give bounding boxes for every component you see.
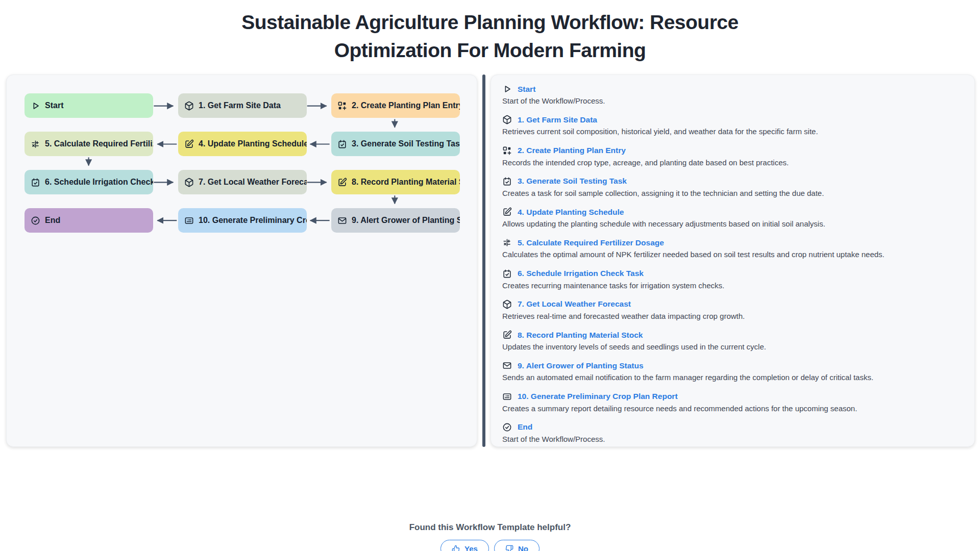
detail-step-title[interactable]: 4. Update Planting Schedule [518, 208, 624, 217]
flow-node-10[interactable]: 10. Generate Preliminary Crop Plan Repor… [178, 208, 307, 233]
detail-step-description: Sends an automated email notification to… [502, 372, 963, 383]
detail-item: 4. Update Planting ScheduleAllows updati… [502, 207, 963, 229]
detail-step-title[interactable]: 2. Create Planting Plan Entry [518, 146, 626, 155]
flow-node-label: 9. Alert Grower of Planting Status [352, 216, 460, 225]
detail-step-description: Start of the Workflow/Process. [502, 434, 963, 444]
detail-item: 10. Generate Preliminary Crop Plan Repor… [502, 392, 963, 414]
flow-node-label: 8. Record Planting Material Stock [352, 178, 460, 187]
detail-step-title[interactable]: Start [518, 85, 535, 94]
check-circle-icon [31, 216, 40, 226]
detail-step-title[interactable]: 1. Get Farm Site Data [518, 115, 597, 124]
package-icon [502, 299, 512, 309]
thumbs-up-icon [452, 545, 460, 551]
edit-icon [337, 178, 347, 187]
detail-step-description: Creates a summary report detailing resou… [502, 404, 963, 414]
report-icon [502, 392, 512, 402]
mail-icon [502, 361, 512, 370]
page-title-line2: Optimization For Modern Farming [334, 39, 646, 61]
edit-icon [502, 207, 512, 217]
panel-resizer-handle[interactable] [482, 74, 485, 447]
detail-step-title[interactable]: 3. Generate Soil Testing Task [518, 177, 627, 186]
package-icon [184, 101, 194, 111]
detail-step-description: Records the intended crop type, acreage,… [502, 158, 963, 168]
apps-add-icon [337, 101, 347, 111]
calculator-icon [31, 139, 40, 149]
flowchart-panel: Start 1. Get Farm Site Data 2. Create Pl… [6, 74, 477, 447]
content-area: Start 1. Get Farm Site Data 2. Create Pl… [6, 74, 975, 447]
detail-step-description: Retrieves current soil composition, hist… [502, 127, 963, 137]
check-circle-icon [502, 422, 512, 432]
feedback-section: Found this Workflow Template helpful? Ye… [0, 522, 980, 551]
flow-node-9[interactable]: 9. Alert Grower of Planting Status [331, 208, 460, 233]
calendar-check-icon [502, 269, 512, 279]
detail-item: 6. Schedule Irrigation Check TaskCreates… [502, 269, 963, 291]
flow-node-label: 1. Get Farm Site Data [199, 101, 281, 110]
detail-step-description: Creates a task for soil sample collectio… [502, 188, 963, 198]
detail-item: 9. Alert Grower of Planting StatusSends … [502, 361, 963, 383]
detail-item: EndStart of the Workflow/Process. [502, 422, 963, 444]
detail-step-description: Creates recurring maintenance tasks for … [502, 281, 963, 291]
flow-node-label: End [45, 216, 60, 225]
detail-step-title[interactable]: 8. Record Planting Material Stock [518, 331, 643, 340]
page-title: Sustainable Agriculture Planning Workflo… [0, 8, 980, 64]
feedback-question: Found this Workflow Template helpful? [0, 522, 980, 533]
report-icon [184, 216, 194, 226]
package-icon [184, 178, 194, 187]
feedback-yes-label: Yes [464, 544, 478, 551]
flow-node-1[interactable]: 1. Get Farm Site Data [178, 93, 307, 118]
detail-step-description: Calculates the optimal amount of NPK fer… [502, 249, 963, 260]
flow-node-label: 3. Generate Soil Testing Task [352, 139, 460, 148]
mail-icon [337, 216, 347, 226]
flow-node-label: 7. Get Local Weather Forecast [199, 178, 307, 187]
details-panel: StartStart of the Workflow/Process.1. Ge… [491, 74, 975, 447]
flow-node-2[interactable]: 2. Create Planting Plan Entry [331, 93, 460, 118]
apps-add-icon [502, 146, 512, 156]
detail-step-title[interactable]: 9. Alert Grower of Planting Status [518, 361, 644, 370]
flow-node-6[interactable]: 6. Schedule Irrigation Check Task [24, 170, 153, 194]
detail-item: 7. Get Local Weather ForecastRetrieves r… [502, 299, 963, 321]
flow-node-label: 6. Schedule Irrigation Check Task [45, 178, 153, 187]
flow-arrows [7, 75, 477, 446]
detail-step-title[interactable]: 6. Schedule Irrigation Check Task [518, 269, 644, 278]
calendar-check-icon [502, 177, 512, 186]
detail-item: 1. Get Farm Site DataRetrieves current s… [502, 115, 963, 137]
flow-node-start[interactable]: Start [24, 93, 153, 118]
flow-node-8[interactable]: 8. Record Planting Material Stock [331, 170, 460, 194]
edit-icon [502, 330, 512, 340]
flow-node-label: 4. Update Planting Schedule [199, 139, 307, 148]
edit-icon [184, 139, 194, 149]
package-icon [502, 115, 512, 124]
flow-node-end[interactable]: End [24, 208, 153, 233]
play-icon [31, 101, 40, 111]
play-icon [502, 84, 512, 94]
feedback-no-label: No [518, 544, 528, 551]
thumbs-down-icon [505, 545, 513, 551]
feedback-no-button[interactable]: No [494, 540, 540, 551]
flow-node-label: 5. Calculate Required Fertilizer Dosage [45, 139, 153, 148]
flow-node-3[interactable]: 3. Generate Soil Testing Task [331, 132, 460, 156]
calendar-check-icon [31, 178, 40, 187]
calculator-icon [502, 238, 512, 247]
detail-step-description: Start of the Workflow/Process. [502, 96, 963, 106]
flow-node-5[interactable]: 5. Calculate Required Fertilizer Dosage [24, 132, 153, 156]
detail-step-title[interactable]: 5. Calculate Required Fertilizer Dosage [518, 238, 664, 247]
flow-node-7[interactable]: 7. Get Local Weather Forecast [178, 170, 307, 194]
page-title-line1: Sustainable Agriculture Planning Workflo… [241, 11, 739, 33]
detail-step-description: Retrieves real-time and forecasted weath… [502, 311, 963, 321]
detail-step-title[interactable]: 10. Generate Preliminary Crop Plan Repor… [518, 392, 678, 401]
detail-step-description: Allows updating the planting schedule wi… [502, 219, 963, 229]
flow-node-label: 2. Create Planting Plan Entry [352, 101, 460, 110]
flow-node-label: 10. Generate Preliminary Crop Plan Repor… [199, 216, 307, 225]
flow-node-4[interactable]: 4. Update Planting Schedule [178, 132, 307, 156]
feedback-yes-button[interactable]: Yes [440, 540, 489, 551]
detail-item: StartStart of the Workflow/Process. [502, 84, 963, 106]
detail-item: 5. Calculate Required Fertilizer DosageC… [502, 238, 963, 260]
calendar-check-icon [337, 139, 347, 149]
detail-step-title[interactable]: End [518, 422, 532, 432]
detail-item: 2. Create Planting Plan EntryRecords the… [502, 146, 963, 168]
detail-item: 3. Generate Soil Testing TaskCreates a t… [502, 177, 963, 198]
detail-step-description: Updates the inventory levels of seeds an… [502, 342, 963, 352]
flow-node-label: Start [45, 101, 63, 110]
detail-item: 8. Record Planting Material StockUpdates… [502, 330, 963, 352]
detail-step-title[interactable]: 7. Get Local Weather Forecast [518, 299, 631, 309]
